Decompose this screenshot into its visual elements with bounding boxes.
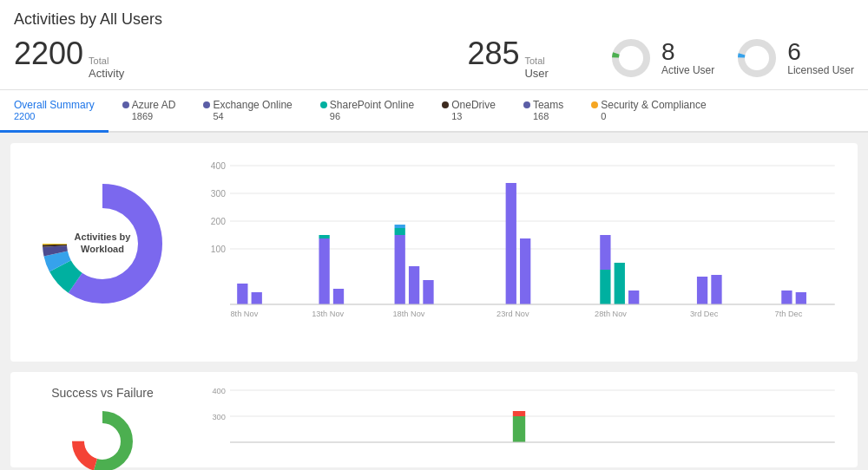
- donut-chart-section: Activities by Workload: [24, 157, 181, 330]
- success-failure-donut: Success vs Failure: [24, 386, 181, 470]
- total-activity-label: Total Activity: [89, 55, 124, 81]
- svg-text:3rd Dec: 3rd Dec: [690, 310, 719, 318]
- licensed-user-stat: 6 Licensed User: [735, 36, 854, 80]
- success-failure-label: Success vs Failure: [51, 386, 153, 400]
- svg-text:7th Dec: 7th Dec: [775, 310, 803, 318]
- svg-text:8th Nov: 8th Nov: [230, 310, 258, 318]
- page-title: Activities by All Users: [14, 10, 854, 29]
- active-user-number: 8: [661, 40, 714, 64]
- main-container: Activities by All Users 2200 Total Activ…: [0, 0, 868, 470]
- svg-rect-36: [615, 263, 625, 304]
- svg-point-2: [741, 42, 773, 74]
- svg-rect-29: [395, 225, 405, 228]
- total-user-label: Total User: [524, 55, 548, 81]
- svg-rect-58: [513, 416, 525, 442]
- svg-rect-35: [600, 235, 610, 270]
- svg-rect-30: [409, 266, 419, 304]
- svg-rect-23: [252, 292, 262, 304]
- svg-text:100: 100: [211, 245, 226, 254]
- bar-chart-section: 400 300 200 100: [194, 157, 844, 348]
- svg-text:300: 300: [211, 189, 226, 199]
- total-user-number: 285: [467, 36, 519, 72]
- svg-rect-26: [333, 289, 344, 304]
- total-user-stat: 285 Total User: [467, 36, 549, 81]
- header: Activities by All Users 2200 Total Activ…: [0, 0, 868, 90]
- success-bar-svg: 400 300: [194, 386, 844, 470]
- tab-teams[interactable]: Teams 168: [510, 90, 577, 133]
- svg-rect-31: [423, 280, 433, 304]
- tab-security-compliance[interactable]: Security & Compliance 0: [577, 90, 720, 133]
- svg-rect-41: [796, 292, 806, 304]
- svg-rect-40: [781, 290, 792, 304]
- svg-text:18th Nov: 18th Nov: [392, 310, 424, 318]
- licensed-user-label: Licensed User: [787, 64, 854, 76]
- donut-chart-svg: Activities by Workload: [33, 174, 172, 313]
- success-bar-section: 400 300: [194, 386, 844, 470]
- svg-text:400: 400: [211, 161, 226, 171]
- tab-sharepoint-online[interactable]: SharePoint Online 96: [306, 90, 428, 133]
- svg-rect-37: [628, 290, 639, 304]
- svg-text:13th Nov: 13th Nov: [312, 310, 344, 318]
- svg-point-52: [85, 424, 120, 459]
- svg-rect-33: [520, 238, 530, 304]
- svg-rect-24: [319, 238, 329, 304]
- total-activity-stat: 2200 Total Activity: [14, 36, 124, 81]
- svg-rect-59: [513, 411, 525, 416]
- svg-rect-34: [600, 270, 610, 304]
- active-user-donut: [609, 36, 653, 80]
- licensed-user-number: 6: [787, 40, 854, 64]
- active-user-stat: 8 Active User: [609, 36, 714, 80]
- tab-onedrive[interactable]: OneDrive 13: [428, 90, 510, 133]
- success-failure-card: Success vs Failure 400 300: [10, 372, 858, 467]
- tab-exchange-online[interactable]: Exchange Online 54: [189, 90, 306, 133]
- svg-rect-38: [697, 277, 707, 304]
- header-stats: 2200 Total Activity 285 Total User: [14, 36, 854, 81]
- svg-text:Workload: Workload: [81, 244, 124, 254]
- tab-bar: Overall Summary 2200 Azure AD 1869 Excha…: [0, 90, 868, 133]
- active-user-label: Active User: [661, 64, 714, 76]
- svg-text:200: 200: [211, 217, 226, 226]
- tab-azure-ad[interactable]: Azure AD 1869: [108, 90, 190, 133]
- user-stats: 8 Active User 6 Licensed User: [609, 36, 854, 80]
- svg-rect-39: [711, 275, 721, 304]
- svg-text:Activities by: Activities by: [75, 232, 132, 242]
- svg-text:28th Nov: 28th Nov: [595, 310, 627, 318]
- svg-rect-27: [395, 235, 405, 304]
- svg-text:23rd Nov: 23rd Nov: [496, 310, 529, 318]
- active-user-text: 8 Active User: [661, 40, 714, 76]
- svg-rect-25: [319, 235, 329, 238]
- tab-overall-summary[interactable]: Overall Summary 2200: [0, 90, 108, 133]
- svg-rect-28: [395, 228, 405, 235]
- licensed-user-donut: [735, 36, 779, 80]
- svg-text:300: 300: [212, 413, 225, 421]
- content-area: Activities by Workload 400 300 200: [0, 133, 868, 470]
- svg-rect-32: [506, 183, 516, 304]
- bar-chart-svg: 400 300 200 100: [194, 157, 844, 348]
- licensed-user-text: 6 Licensed User: [787, 40, 854, 76]
- total-activity-number: 2200: [14, 36, 83, 72]
- success-donut-svg: [68, 407, 137, 470]
- svg-point-0: [615, 42, 647, 74]
- svg-rect-22: [237, 284, 247, 304]
- svg-text:400: 400: [212, 387, 225, 395]
- workload-chart-card: Activities by Workload 400 300 200: [10, 143, 858, 362]
